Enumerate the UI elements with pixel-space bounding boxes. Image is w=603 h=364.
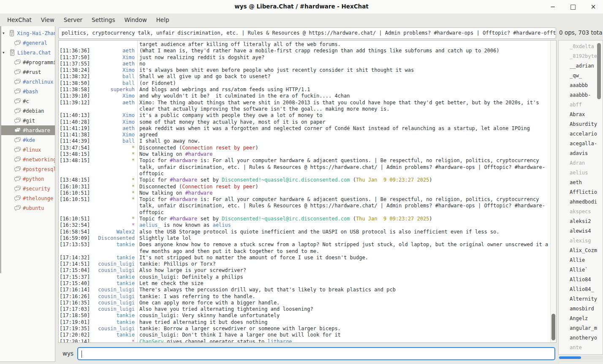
user-aeth[interactable]: aeth (559, 178, 603, 187)
topic-input[interactable]: politics, cryptocurrency talk, unfair di… (58, 27, 556, 39)
nick: * (93, 222, 137, 228)
nick: ball (93, 80, 137, 87)
maximize-button[interactable]: □ (569, 3, 577, 11)
user-Abrax[interactable]: Abrax (559, 110, 603, 120)
chat-line: [17:14:32]tankieIt's not stripped but no… (59, 255, 550, 261)
chat-line: [17:18:50]tankiecousin_luigi: Very skinn… (59, 312, 550, 319)
sidebar-item-Xing-Hai-Zhan[interactable]: ▾Xing-Hai-Zhan (0, 28, 55, 38)
minimize-button[interactable]: − (549, 3, 557, 11)
sidebar-item-security[interactable]: #security (0, 184, 55, 193)
user-ahmedbodi[interactable]: ahmedbodi (559, 197, 603, 207)
tree-item-label: Libera.Chat (17, 50, 51, 56)
menu-help[interactable]: Help (152, 14, 174, 25)
user-Alix_Cozm[interactable]: Alix_Cozm (559, 246, 603, 255)
user-alewis4[interactable]: alewis4 (559, 226, 603, 236)
userlist-hscrollbar[interactable] (558, 356, 603, 359)
user-Afflictio[interactable]: Afflictio (559, 187, 603, 197)
expander-icon[interactable]: ▾ (2, 30, 8, 36)
close-button[interactable]: × (589, 3, 597, 11)
tree-item-label: ##rust (23, 69, 41, 75)
menu-server[interactable]: Server (59, 14, 87, 25)
user-acegalla-[interactable]: acegalla- (559, 139, 603, 149)
user-adavis[interactable]: adavis (559, 149, 603, 158)
user-_qw_[interactable]: _qw_ (559, 71, 603, 81)
userlist-hscrollbar-thumb[interactable] (559, 356, 581, 359)
sidebar-item-bash[interactable]: #bash (0, 87, 55, 96)
user-Allie[interactable]: Allie (559, 255, 603, 265)
user-Angelz[interactable]: Angelz (559, 314, 603, 323)
chat-scrollbar-thumb[interactable] (551, 314, 555, 340)
sidebar-item-networking[interactable]: #networking (0, 155, 55, 164)
nick: * (93, 145, 137, 151)
user-aaabbb-[interactable]: aaabbb- (559, 90, 603, 100)
userlist-scrollbar[interactable] (597, 42, 601, 353)
channel-icon (14, 79, 21, 84)
sidebar-item-ubuntu[interactable]: #ubuntu (0, 203, 55, 213)
user-Alternity[interactable]: Alternity (559, 294, 603, 304)
chat-line: [11:38:58]superkuhAnd blogs and webrings… (59, 87, 550, 93)
message-text: some of that money they actually have, m… (137, 119, 550, 125)
user-Allio84[interactable]: Allio84 (559, 275, 603, 285)
menu-settings[interactable]: Settings (87, 14, 120, 25)
sidebar-item-c[interactable]: #c (0, 96, 55, 106)
message-text: tankie: I was referring to the handle. (137, 293, 550, 300)
sidebar-item-postgresql[interactable]: #postgresql (0, 164, 55, 174)
user-Allio84_[interactable]: Allio84_ (559, 285, 603, 294)
nick: * (93, 158, 137, 177)
sidebar-item-linux[interactable]: #linux (0, 145, 55, 155)
sidebar-item-archlinux[interactable]: #archlinux (0, 77, 55, 87)
chat-line: [17:15:04]cousin_luigiAlso how large is … (59, 267, 550, 274)
message-text: There's always the percussion drill way,… (137, 287, 550, 293)
user-amosbird[interactable]: amosbird (559, 304, 603, 314)
network-icon (9, 30, 15, 36)
userlist-scrollbar-thumb[interactable] (597, 43, 601, 99)
user-alexisg[interactable]: alexisg (559, 236, 603, 246)
user-akspecs[interactable]: akspecs (559, 207, 603, 217)
user-aleksi2[interactable]: aleksi2 (559, 217, 603, 226)
message-input[interactable] (81, 349, 554, 359)
chat-line: [11:37:50]Ximojust now realizing reddit … (59, 54, 550, 61)
user-accelario[interactable]: accelario (559, 129, 603, 139)
message-text: just now realizing reddit is dogshit aye… (137, 54, 550, 61)
user-anotheryo[interactable]: anotheryo (559, 333, 603, 343)
sidebar-item-debian[interactable]: #debian (0, 106, 55, 116)
chat-line: [11:41:19]aethpeak reddit was when it wa… (59, 125, 550, 132)
chat-line: [16:10:51]*Topic for #hardware set by Di… (59, 216, 550, 222)
user-__adrian[interactable]: __adrian (559, 61, 603, 71)
channel-tree-scrollbar[interactable] (0, 26, 1, 273)
sidebar-item-thelounge[interactable]: #thelounge (0, 193, 55, 203)
user-_8192byte[interactable]: _8192byte (559, 52, 603, 61)
timestamp: [16:32:54] (59, 222, 93, 228)
user-_0xdelta[interactable]: _0xdelta (559, 42, 603, 52)
menu-view[interactable]: View (36, 14, 59, 25)
user-aaabbb[interactable]: aaabbb (559, 81, 603, 90)
menu-hexchat[interactable]: HexChat (3, 14, 36, 25)
expander-icon[interactable]: ▾ (2, 50, 8, 55)
user-Absurdity[interactable]: Absurdity (559, 120, 603, 129)
sidebar-item-git[interactable]: #git (0, 116, 55, 125)
message-text: it's a public company with people they o… (137, 112, 550, 119)
user-angular_m[interactable]: angular_m (559, 323, 603, 333)
nick: cousin_luigi (93, 326, 137, 332)
user-Adran[interactable]: Adran (559, 158, 603, 168)
channel-tree: ▾Xing-Hai-Zhan#general▾Libera.Chat##prog… (0, 26, 55, 362)
timestamp: [17:15:40] (59, 280, 93, 287)
chat-scrollbar[interactable] (550, 41, 556, 342)
user-ante[interactable]: ante (559, 343, 603, 353)
sidebar-item-python[interactable]: #python (0, 174, 55, 184)
sidebar-item-kde[interactable]: #kde (0, 135, 55, 145)
sidebar-item-Libera.Chat[interactable]: ▾Libera.Chat (0, 48, 55, 57)
sidebar-item-hardware[interactable]: #hardware (0, 125, 55, 135)
user-abff[interactable]: abff (559, 100, 603, 110)
timestamp: [13:48:15] (59, 158, 93, 177)
message-text: ChanServ gives channel operator status t… (137, 339, 550, 343)
sidebar-item-programming[interactable]: ##programming (0, 57, 55, 67)
chat-line: [17:15:37]tankiecousin_luigi: Definitely… (59, 274, 550, 280)
sidebar-item-rust[interactable]: ##rust (0, 67, 55, 77)
user-Allie`[interactable]: Allie` (559, 265, 603, 275)
bottom-scroll-track[interactable] (558, 361, 603, 364)
sidebar-item-general[interactable]: #general (0, 38, 55, 48)
menu-window[interactable]: Window (120, 14, 151, 25)
channel-icon (14, 89, 21, 94)
user-aelius[interactable]: aelius (559, 168, 603, 178)
